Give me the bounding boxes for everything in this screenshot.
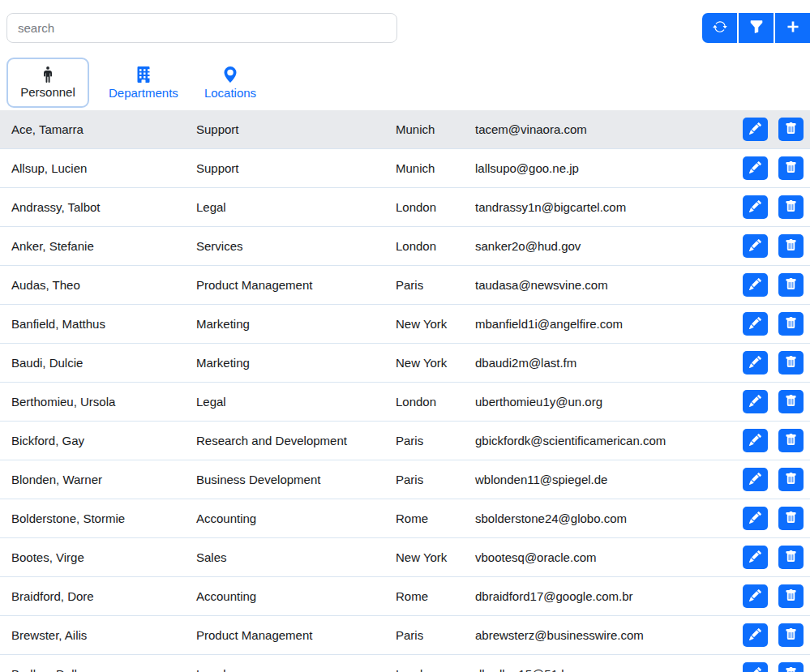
row-actions	[743, 312, 810, 336]
building-icon	[135, 66, 152, 83]
pencil-icon	[749, 628, 761, 643]
search-input[interactable]	[6, 13, 397, 43]
delete-button[interactable]	[778, 156, 804, 180]
edit-button[interactable]	[743, 546, 768, 569]
cell-name: Ace, Tamarra	[11, 122, 196, 136]
edit-button[interactable]	[743, 195, 768, 219]
delete-button[interactable]	[778, 623, 804, 647]
table-row[interactable]: Anker, Stefanie Services London sanker2o…	[0, 227, 810, 266]
table-row[interactable]: Brullan, Dell Legal London dbrullan15@51…	[0, 655, 810, 672]
cell-email: tandrassy1n@bigcartel.com	[475, 200, 743, 214]
table-row[interactable]: Ace, Tamarra Support Munich tacem@vinaor…	[0, 110, 810, 149]
delete-button[interactable]	[778, 546, 804, 569]
table-row[interactable]: Andrassy, Talbot Legal London tandrassy1…	[0, 188, 810, 227]
table-row[interactable]: Braidford, Dore Accounting Rome dbraidfo…	[0, 577, 810, 616]
table-row[interactable]: Blonden, Warner Business Development Par…	[0, 460, 810, 499]
cell-department: Accounting	[196, 511, 396, 525]
trash-icon	[785, 122, 797, 137]
trash-icon	[785, 550, 797, 565]
pencil-icon	[749, 317, 761, 332]
table-row[interactable]: Bolderstone, Stormie Accounting Rome sbo…	[0, 499, 810, 538]
delete-button[interactable]	[778, 195, 804, 219]
edit-button[interactable]	[743, 312, 768, 336]
pencil-icon	[749, 395, 761, 409]
cell-department: Product Management	[196, 628, 396, 642]
table-row[interactable]: Audas, Theo Product Management Paris tau…	[0, 266, 810, 305]
edit-button[interactable]	[743, 390, 768, 413]
edit-button[interactable]	[743, 429, 768, 452]
edit-button[interactable]	[743, 662, 768, 672]
cell-city: London	[396, 667, 475, 672]
table-row[interactable]: Bootes, Virge Sales New York vbootesq@or…	[0, 538, 810, 577]
trash-icon	[785, 356, 797, 370]
cell-city: New York	[396, 356, 475, 370]
cell-email: wblonden11@spiegel.de	[475, 473, 743, 486]
cell-city: New York	[396, 317, 475, 331]
edit-button[interactable]	[743, 623, 768, 647]
personnel-table: Ace, Tamarra Support Munich tacem@vinaor…	[0, 110, 810, 672]
edit-button[interactable]	[743, 468, 768, 491]
cell-department: Business Development	[196, 473, 396, 486]
edit-button[interactable]	[743, 507, 768, 530]
delete-button[interactable]	[778, 584, 804, 608]
pencil-icon	[749, 473, 761, 487]
pencil-icon	[749, 667, 761, 672]
cell-department: Support	[196, 122, 396, 136]
cell-department: Accounting	[196, 589, 396, 603]
delete-button[interactable]	[778, 390, 804, 413]
cell-email: vbootesq@oracle.com	[475, 550, 743, 564]
delete-button[interactable]	[778, 312, 804, 336]
delete-button[interactable]	[778, 429, 804, 452]
cell-city: Rome	[396, 589, 475, 603]
edit-button[interactable]	[743, 584, 768, 608]
cell-name: Blonden, Warner	[11, 473, 196, 486]
table-row[interactable]: Berthomieu, Ursola Legal London uberthom…	[0, 383, 810, 422]
delete-button[interactable]	[778, 234, 804, 258]
edit-button[interactable]	[743, 351, 768, 375]
trash-icon	[785, 200, 797, 215]
pencil-icon	[749, 161, 761, 176]
tab-personnel[interactable]: Personnel	[6, 58, 89, 108]
edit-button[interactable]	[743, 273, 768, 297]
toolbar	[702, 13, 810, 43]
pencil-icon	[749, 239, 761, 254]
table-row[interactable]: Bickford, Gay Research and Development P…	[0, 422, 810, 460]
row-actions	[743, 623, 810, 647]
add-button[interactable]	[775, 13, 810, 43]
edit-button[interactable]	[743, 118, 768, 141]
refresh-icon	[713, 19, 727, 36]
delete-button[interactable]	[778, 273, 804, 297]
table-row[interactable]: Banfield, Matthus Marketing New York mba…	[0, 305, 810, 344]
table-row[interactable]: Baudi, Dulcie Marketing New York dbaudi2…	[0, 344, 810, 383]
delete-button[interactable]	[778, 507, 804, 530]
trash-icon	[785, 473, 797, 487]
cell-department: Support	[196, 161, 396, 175]
edit-button[interactable]	[743, 234, 768, 258]
cell-name: Brullan, Dell	[11, 667, 196, 672]
topbar	[6, 13, 810, 44]
table-row[interactable]: Brewster, Ailis Product Management Paris…	[0, 616, 810, 655]
cell-city: New York	[396, 550, 475, 564]
cell-department: Research and Development	[196, 434, 396, 447]
delete-button[interactable]	[778, 118, 804, 141]
delete-button[interactable]	[778, 351, 804, 375]
pencil-icon	[749, 122, 761, 137]
cell-email: lallsupo@goo.ne.jp	[475, 161, 743, 175]
row-actions	[743, 351, 810, 375]
refresh-button[interactable]	[702, 13, 737, 43]
delete-button[interactable]	[778, 468, 804, 491]
cell-email: dbraidford17@google.com.br	[475, 589, 743, 603]
cell-email: abrewsterz@businesswire.com	[475, 628, 743, 642]
tab-departments[interactable]: Departments	[102, 66, 185, 100]
person-icon	[40, 66, 56, 83]
cell-name: Allsup, Lucien	[11, 161, 196, 175]
edit-button[interactable]	[743, 156, 768, 180]
filter-icon	[749, 19, 764, 36]
table-row[interactable]: Allsup, Lucien Support Munich lallsupo@g…	[0, 149, 810, 188]
delete-button[interactable]	[778, 662, 804, 672]
filter-button[interactable]	[739, 13, 774, 43]
cell-city: Rome	[396, 511, 475, 525]
cell-email: uberthomieu1y@un.org	[475, 395, 743, 409]
cell-city: Munich	[396, 161, 475, 175]
tab-locations[interactable]: Locations	[198, 66, 263, 100]
